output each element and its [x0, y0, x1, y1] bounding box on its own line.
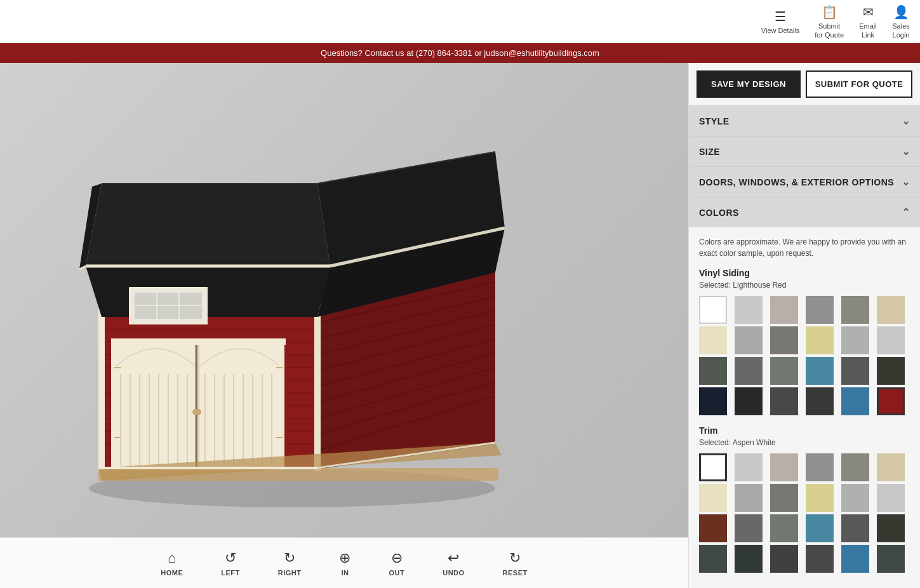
vinyl-siding-grid — [699, 296, 910, 415]
swatch-teal-gray[interactable] — [806, 357, 834, 385]
trim-grid — [699, 453, 910, 573]
nav-item-email-link[interactable]: ✉ EmailLink — [859, 3, 877, 39]
colors-label: COLORS — [699, 208, 739, 218]
swatch-white[interactable] — [699, 296, 727, 324]
swatch-light-gray[interactable] — [735, 296, 763, 324]
trim-swatch-dark-warm-gray[interactable] — [841, 453, 869, 481]
swatch-gray[interactable] — [806, 296, 834, 324]
trim-swatch-gray[interactable] — [806, 453, 834, 481]
nav-label-sales-login: SalesLogin — [892, 22, 910, 39]
trim-swatch-medium-gray[interactable] — [735, 484, 763, 512]
email-icon: ✉ — [859, 3, 877, 21]
trim-selected: Selected: Aspen White — [699, 438, 910, 447]
colors-header[interactable]: COLORS ⌃ — [689, 197, 920, 227]
swatch-dark-warm-gray[interactable] — [841, 296, 869, 324]
save-design-button[interactable]: SAVE MY DESIGN — [697, 70, 801, 98]
trim-swatch-light-silver[interactable] — [877, 484, 905, 512]
swatch-cream[interactable] — [699, 326, 727, 354]
swatch-dark-gray2[interactable] — [770, 387, 798, 415]
trim-swatch-cream[interactable] — [699, 484, 727, 512]
trim-swatch-slate[interactable] — [770, 514, 798, 542]
swatch-dark-charcoal[interactable] — [841, 357, 869, 385]
nav-label-view-details: View Details — [761, 27, 799, 35]
right-button[interactable]: ↻ RIGHT — [278, 550, 302, 577]
swatch-tan[interactable] — [877, 296, 905, 324]
vinyl-siding-title: Vinyl Siding — [699, 268, 910, 278]
trim-swatch-silver[interactable] — [841, 484, 869, 512]
size-label: SIZE — [699, 147, 720, 157]
size-header[interactable]: SIZE ⌄ — [689, 137, 920, 166]
zoom-out-button[interactable]: ⊖ OUT — [389, 550, 404, 577]
swatch-lighthouse-red[interactable] — [877, 387, 905, 415]
swatch-blue-gray[interactable] — [841, 387, 869, 415]
swatch-silver[interactable] — [841, 326, 869, 354]
reset-button[interactable]: ↻ RESET — [503, 550, 528, 577]
accordion-size: SIZE ⌄ — [689, 136, 920, 166]
svg-rect-68 — [111, 338, 286, 345]
trim-swatch-pale-yellow[interactable] — [806, 484, 834, 512]
trim-swatch-graphite[interactable] — [806, 545, 834, 573]
swatch-charcoal[interactable] — [735, 357, 763, 385]
swatch-black[interactable] — [735, 387, 763, 415]
right-panel: SAVE MY DESIGN SUBMIT FOR QUOTE STYLE ⌄ … — [688, 63, 920, 588]
style-header[interactable]: STYLE ⌄ — [689, 106, 920, 136]
undo-button[interactable]: ↩ UNDO — [443, 550, 464, 577]
trim-swatch-dark-charcoal[interactable] — [841, 514, 869, 542]
trim-swatch-white[interactable] — [699, 453, 727, 481]
main-content: ⌂ HOME ↺ LEFT ↻ RIGHT ⊕ IN ⊖ OUT ↩ UNDO — [0, 63, 920, 588]
undo-label: UNDO — [443, 569, 464, 577]
trim-swatch-teal-gray[interactable] — [806, 514, 834, 542]
left-button[interactable]: ↺ LEFT — [221, 550, 240, 577]
trim-swatch-dark-teal2[interactable] — [877, 545, 905, 573]
canvas-area: ⌂ HOME ↺ LEFT ↻ RIGHT ⊕ IN ⊖ OUT ↩ UNDO — [0, 63, 688, 588]
trim-swatch-near-black[interactable] — [877, 514, 905, 542]
swatch-medium-gray[interactable] — [735, 326, 763, 354]
trim-swatch-light-gray[interactable] — [735, 453, 763, 481]
nav-item-submit-quote[interactable]: 📋 Submitfor Quote — [815, 3, 844, 39]
vinyl-siding-section: Vinyl Siding Selected: Lighthouse Red — [699, 268, 910, 415]
contact-banner: Questions? Contact us at (270) 864-3381 … — [0, 43, 920, 63]
zoom-in-label: IN — [341, 569, 349, 577]
bottom-toolbar: ⌂ HOME ↺ LEFT ↻ RIGHT ⊕ IN ⊖ OUT ↩ UNDO — [0, 537, 688, 588]
size-chevron-icon: ⌄ — [902, 145, 910, 157]
trim-swatch-warm-gray[interactable] — [770, 453, 798, 481]
trim-swatch-sage-gray[interactable] — [770, 484, 798, 512]
rotate-right-icon: ↻ — [284, 550, 295, 566]
swatch-graphite[interactable] — [806, 387, 834, 415]
trim-title: Trim — [699, 425, 910, 436]
zoom-in-icon: ⊕ — [339, 550, 350, 566]
reset-icon: ↻ — [509, 550, 521, 566]
person-icon: 👤 — [892, 3, 910, 21]
doors-windows-label: DOORS, WINDOWS, & EXTERIOR OPTIONS — [699, 177, 894, 187]
doors-windows-header[interactable]: DOORS, WINDOWS, & EXTERIOR OPTIONS ⌄ — [689, 167, 920, 197]
swatch-slate[interactable] — [770, 357, 798, 385]
nav-item-view-details[interactable]: ☰ View Details — [761, 8, 799, 35]
swatch-pale-yellow[interactable] — [806, 326, 834, 354]
swatch-light-silver[interactable] — [877, 326, 905, 354]
zoom-in-button[interactable]: ⊕ IN — [339, 550, 350, 577]
submit-quote-button[interactable]: SUBMIT FOR QUOTE — [806, 70, 912, 98]
swatch-dark-sage[interactable] — [699, 357, 727, 385]
top-nav: ☰ View Details 📋 Submitfor Quote ✉ Email… — [0, 0, 920, 43]
trim-swatch-dark-slate[interactable] — [735, 545, 763, 573]
style-chevron-icon: ⌄ — [902, 115, 910, 127]
home-button[interactable]: ⌂ HOME — [161, 550, 183, 577]
trim-swatch-dark-gray[interactable] — [770, 545, 798, 573]
swatch-navy[interactable] — [699, 387, 727, 415]
trim-swatch-brown[interactable] — [699, 514, 727, 542]
svg-marker-34 — [86, 184, 330, 266]
swatch-sage-gray[interactable] — [770, 326, 798, 354]
trim-swatch-tan[interactable] — [877, 453, 905, 481]
trim-swatch-dark-teal[interactable] — [699, 545, 727, 573]
banner-text: Questions? Contact us at (270) 864-3381 … — [321, 48, 599, 58]
shed-svg — [38, 101, 521, 514]
colors-chevron-icon: ⌃ — [902, 206, 910, 218]
colors-note: Colors are approximate. We are happy to … — [699, 236, 910, 259]
nav-item-sales-login[interactable]: 👤 SalesLogin — [892, 3, 910, 39]
svg-marker-32 — [86, 266, 330, 317]
swatch-warm-gray[interactable] — [770, 296, 798, 324]
reset-label: RESET — [503, 569, 528, 577]
swatch-near-black[interactable] — [877, 357, 905, 385]
trim-swatch-charcoal[interactable] — [735, 514, 763, 542]
trim-swatch-blue-gray[interactable] — [841, 545, 869, 573]
